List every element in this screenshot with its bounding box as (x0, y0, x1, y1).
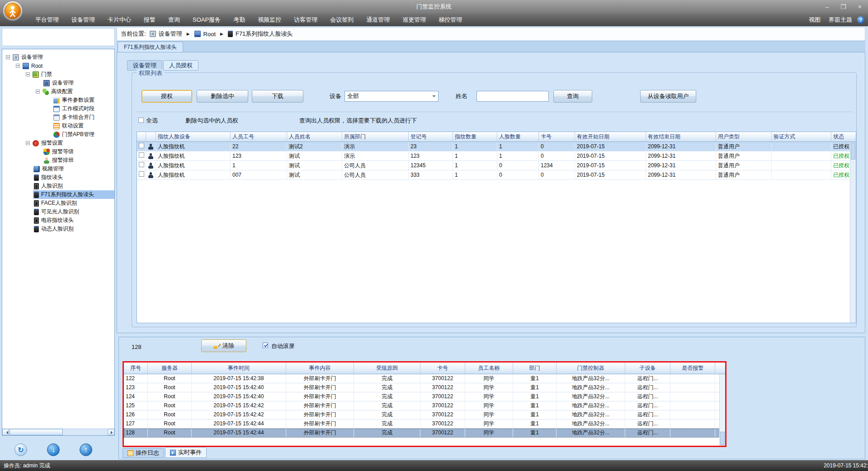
event-row[interactable]: 124Root2019-07-15 15:42:40外部刷卡开门完成370012… (124, 392, 725, 401)
tree-item-18[interactable]: 可见光人脸识别 (2, 207, 114, 216)
menu-item-1[interactable]: 设备管理 (65, 14, 101, 26)
scrollbar-thumb[interactable] (9, 429, 63, 435)
menu-item-8[interactable]: 访客管理 (288, 14, 324, 26)
tree-item-0[interactable]: 设备管理 (2, 53, 114, 61)
perm-column-header-10[interactable]: 用户类型 (716, 132, 772, 141)
breadcrumb-item-0[interactable]: 设备管理 (159, 30, 182, 38)
select-all-checkbox[interactable] (138, 118, 144, 123)
tab-person-authorization[interactable]: 人员授权 (163, 60, 198, 71)
event-column-header-9[interactable]: 子设备 (625, 363, 670, 374)
event-column-header-3[interactable]: 事件内容 (286, 363, 354, 374)
event-column-header-8[interactable]: 门禁控制器 (557, 363, 625, 374)
tree-expander-icon[interactable] (16, 64, 20, 68)
row-checkbox[interactable] (139, 171, 144, 177)
tree-horizontal-scrollbar[interactable] (2, 429, 114, 435)
tree-expander-icon[interactable] (26, 141, 30, 145)
tree-item-12[interactable]: 报警排班 (2, 156, 114, 165)
menu-right-item-1[interactable]: 界面主题 (825, 14, 856, 26)
read-from-device-button[interactable]: 从设备读取用户 (640, 90, 696, 103)
event-table-scrollbar[interactable] (719, 374, 725, 446)
tree-item-19[interactable]: 电容指纹读头 (2, 216, 114, 225)
menu-item-7[interactable]: 视频监控 (251, 14, 288, 26)
row-checkbox[interactable] (139, 143, 144, 148)
tree-item-2[interactable]: 门禁 (2, 70, 114, 79)
tree-item-4[interactable]: 高级配置 (2, 87, 114, 96)
scroll-left-arrow-icon[interactable] (2, 429, 9, 435)
tree-item-13[interactable]: 视频管理 (2, 165, 114, 173)
row-checkbox[interactable] (139, 152, 144, 158)
tree-item-1[interactable]: Root (2, 61, 114, 70)
menu-item-6[interactable]: 考勤 (227, 14, 251, 26)
menu-item-4[interactable]: 查询 (162, 14, 186, 26)
menu-item-9[interactable]: 会议签到 (324, 14, 360, 26)
perm-column-header-7[interactable]: 卡号 (539, 132, 575, 141)
device-select[interactable]: 全部 (344, 91, 439, 102)
tree-item-16[interactable]: F71系列指纹人脸读头 (2, 190, 114, 199)
menu-item-0[interactable]: 平台管理 (29, 14, 65, 26)
authorize-button[interactable]: 授权 (142, 90, 192, 103)
table-row[interactable]: 人脸指纹机007测试公司人员3331002019-07-152099-12-31… (137, 170, 856, 180)
perm-column-header-5[interactable]: 指纹数量 (453, 132, 497, 141)
close-button[interactable]: × (858, 3, 862, 10)
perm-column-header-9[interactable]: 有效结束日期 (646, 132, 716, 141)
minimize-button[interactable]: – (825, 3, 829, 10)
tree-item-20[interactable]: 动态人脸识别 (2, 225, 114, 233)
event-row[interactable]: 127Root2019-07-15 15:42:44外部刷卡开门完成370012… (124, 419, 725, 429)
menu-item-12[interactable]: 梯控管理 (432, 14, 468, 26)
event-column-header-5[interactable]: 卡号 (420, 363, 465, 374)
tab-operation-log[interactable]: 操作日志 (123, 448, 164, 458)
table-row[interactable]: 人脸指纹机123测试演示1231102019-07-152099-12-31普通… (137, 151, 856, 161)
maximize-button[interactable]: ❐ (840, 3, 846, 10)
tree-expander-icon[interactable] (6, 55, 10, 59)
scrollbar-thumb[interactable] (851, 142, 855, 160)
tree-item-9[interactable]: 门禁APB管理 (2, 130, 114, 139)
tree-expander-icon[interactable] (36, 89, 40, 94)
row-checkbox[interactable] (139, 162, 144, 167)
event-column-header-0[interactable]: 序号 (124, 363, 148, 374)
menu-right-item-0[interactable]: 视图 (805, 14, 825, 26)
delete-selected-button[interactable]: 删除选中 (197, 90, 248, 103)
tree-item-5[interactable]: 事件参数设置 (2, 96, 114, 104)
table-row[interactable]: 人脸指纹机22测试2演示231102019-07-152099-12-31普通用… (137, 142, 856, 151)
scroll-right-arrow-icon[interactable] (108, 429, 114, 435)
tree-item-7[interactable]: 多卡组合开门 (2, 113, 114, 122)
move-up-button[interactable]: ↑ (80, 443, 92, 456)
event-column-header-10[interactable]: 是否报警 (670, 363, 715, 374)
menu-item-2[interactable]: 卡片中心 (101, 14, 137, 26)
tree-item-3[interactable]: 设备管理 (2, 79, 114, 87)
perm-column-header-0[interactable]: 指纹人脸设备 (156, 132, 231, 141)
event-row[interactable]: 128Root2019-07-15 15:42:44外部刷卡开门完成370012… (124, 429, 725, 438)
refresh-button[interactable]: ↻ (14, 443, 27, 456)
tree-item-10[interactable]: 报警设置 (2, 139, 114, 147)
tab-realtime-events[interactable]: 实时事件 (165, 447, 207, 458)
event-row[interactable]: 126Root2019-07-15 15:42:42外部刷卡开门完成370012… (124, 410, 725, 419)
breadcrumb-item-2[interactable]: F71系列指纹人脸读头 (236, 30, 292, 38)
name-input[interactable] (476, 91, 549, 102)
menu-item-3[interactable]: 报警 (137, 14, 162, 26)
tree-expander-icon[interactable] (26, 72, 30, 76)
event-row[interactable]: 122Root2019-07-15 15:42:38外部刷卡开门完成370012… (124, 374, 725, 383)
tree-item-17[interactable]: FACE人脸识别 (2, 199, 114, 207)
tree-item-11[interactable]: 报警等级 (2, 147, 114, 156)
menu-item-5[interactable]: SOAP服务 (186, 14, 227, 26)
tree-item-14[interactable]: 指纹读头 (2, 173, 114, 182)
move-down-button[interactable]: ↓ (47, 443, 60, 456)
help-icon[interactable]: ? (857, 16, 864, 24)
perm-column-header-6[interactable]: 人脸数量 (497, 132, 539, 141)
menu-item-10[interactable]: 通道管理 (360, 14, 396, 26)
table-row[interactable]: 人脸指纹机1测试公司人员123451012342019-07-152099-12… (137, 161, 856, 170)
tab-f71-reader[interactable]: F71系列指纹人脸读头 (118, 42, 183, 52)
clear-button[interactable]: 清除 (201, 339, 246, 352)
event-column-header-7[interactable]: 部门 (513, 363, 557, 374)
perm-column-header-8[interactable]: 有效开始日期 (575, 132, 646, 141)
event-column-header-2[interactable]: 事件时间 (192, 363, 286, 374)
perm-column-header-3[interactable]: 所属部门 (342, 132, 409, 141)
breadcrumb-item-1[interactable]: Root (203, 31, 216, 38)
autoscroll-checkbox[interactable] (263, 343, 268, 348)
tree-item-8[interactable]: 联动设置 (2, 122, 114, 130)
event-column-header-4[interactable]: 受阻原因 (354, 363, 420, 374)
query-button[interactable]: 查询 (553, 90, 592, 103)
event-row[interactable]: 123Root2019-07-15 15:42:40外部刷卡开门完成370012… (124, 383, 725, 392)
download-button[interactable]: 下载 (252, 90, 303, 103)
tree-item-6[interactable]: 工作模式时段 (2, 104, 114, 113)
